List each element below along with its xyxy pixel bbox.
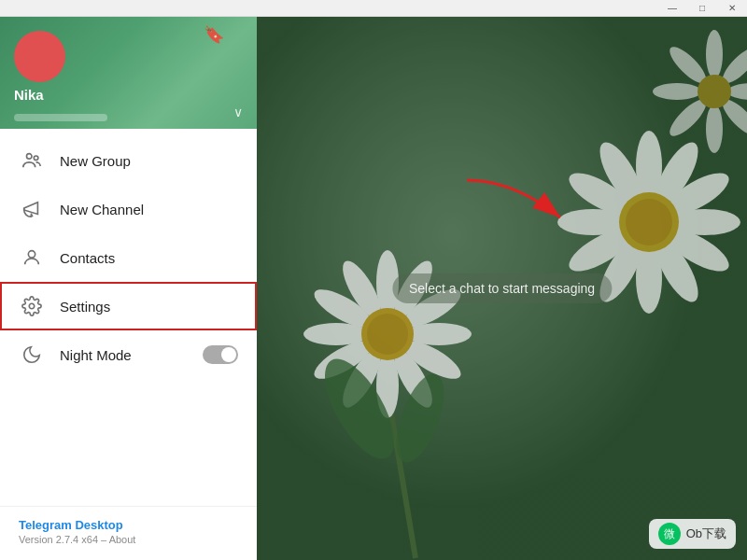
bookmark-icon: 🔖 <box>204 24 224 45</box>
menu-item-night-mode[interactable]: Night Mode <box>0 330 257 379</box>
profile-name: Nika <box>14 87 44 103</box>
app-version: Version 2.7.4 x64 – About <box>19 534 238 545</box>
toggle-knob <box>221 347 236 362</box>
minimize-button[interactable]: — <box>657 0 687 17</box>
toggle-switch[interactable] <box>203 345 238 364</box>
svg-point-1 <box>34 156 38 161</box>
new-channel-label: New Channel <box>60 202 144 217</box>
settings-label: Settings <box>60 299 110 315</box>
gear-icon <box>19 293 45 319</box>
menu-item-contacts[interactable]: Contacts <box>0 233 257 282</box>
wechat-icon: 微 <box>658 523 681 545</box>
profile-phone <box>14 114 107 121</box>
app-container: 🔖 Nika ∨ New Group <box>0 17 747 560</box>
menu-item-settings[interactable]: Settings <box>0 282 257 330</box>
people-icon <box>19 147 45 174</box>
night-mode-toggle[interactable] <box>203 345 238 364</box>
app-name: Telegram Desktop <box>19 518 238 532</box>
svg-point-3 <box>28 251 35 258</box>
contacts-label: Contacts <box>60 250 115 266</box>
sidebar: 🔖 Nika ∨ New Group <box>0 17 257 560</box>
red-arrow <box>458 171 570 249</box>
avatar <box>14 31 65 82</box>
chat-panel: Select a chat to start messaging 微 Ob下载 <box>257 17 747 560</box>
svg-marker-2 <box>24 203 38 215</box>
maximize-button[interactable]: □ <box>687 0 717 17</box>
watermark: 微 Ob下载 <box>649 519 736 549</box>
night-mode-label: Night Mode <box>60 347 132 363</box>
menu-items: New Group New Channel <box>0 129 257 506</box>
svg-point-0 <box>27 154 33 160</box>
moon-icon <box>19 342 45 368</box>
watermark-text: Ob下载 <box>686 525 726 542</box>
empty-chat-label: Select a chat to start messaging <box>392 273 612 303</box>
person-icon <box>19 245 45 271</box>
window-chrome: — □ ✕ <box>0 0 747 17</box>
megaphone-icon <box>19 196 45 222</box>
new-group-label: New Group <box>60 153 131 169</box>
chevron-down-icon[interactable]: ∨ <box>233 105 243 119</box>
close-button[interactable]: ✕ <box>717 0 747 17</box>
menu-item-new-channel[interactable]: New Channel <box>0 185 257 233</box>
menu-item-new-group[interactable]: New Group <box>0 136 257 185</box>
profile-header[interactable]: 🔖 Nika ∨ <box>0 17 257 129</box>
sidebar-footer: Telegram Desktop Version 2.7.4 x64 – Abo… <box>0 506 257 560</box>
svg-point-4 <box>29 303 35 309</box>
window-controls: — □ ✕ <box>657 0 747 17</box>
